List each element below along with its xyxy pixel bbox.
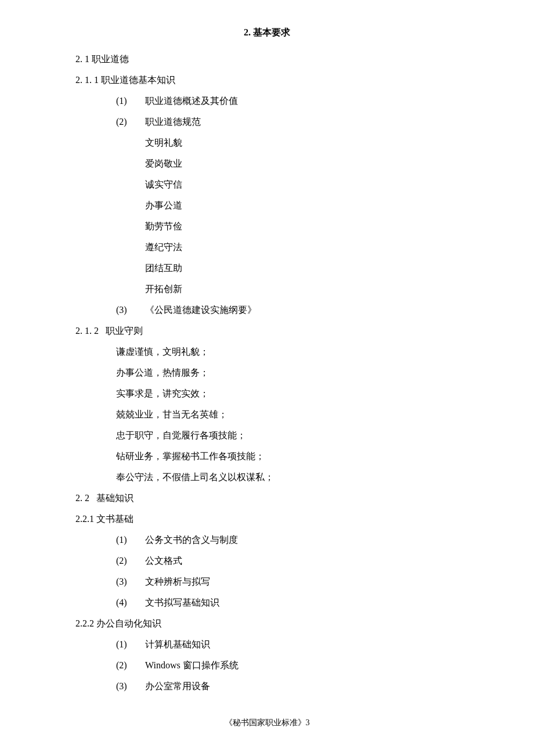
text: 爱岗敬业	[145, 159, 182, 168]
heading-2-1-2: 2. 1. 2 职业守则	[75, 326, 459, 336]
page-footer: 《秘书国家职业标准》3	[0, 719, 534, 727]
item-2-1-1-1: (1) 职业道德概述及其价值	[75, 96, 459, 106]
item-number: (3)	[116, 682, 145, 691]
text: 2. 1. 1 职业道德基本知识	[75, 75, 175, 85]
text: 2.2.1 文书基础	[75, 514, 134, 524]
rule-item: 钻研业务，掌握秘书工作各项技能；	[75, 452, 459, 461]
text: 钻研业务，掌握秘书工作各项技能；	[116, 451, 265, 461]
item-number: (1)	[116, 96, 145, 106]
item-number: (1)	[116, 640, 145, 649]
rule-item: 奉公守法，不假借上司名义以权谋私；	[75, 473, 459, 482]
item-text: 办公室常用设备	[145, 682, 210, 691]
item-2-2-1-1: (1)公务文书的含义与制度	[75, 535, 459, 545]
item-text: 文种辨析与拟写	[145, 577, 210, 586]
text: 2. 1 职业道德	[75, 54, 129, 64]
item-text: 职业道德概述及其价值	[145, 96, 238, 106]
footer-text: 《秘书国家职业标准》3	[225, 718, 310, 727]
item-number: (2)	[116, 661, 145, 670]
item-2-2-2-2: (2)Windows 窗口操作系统	[75, 661, 459, 670]
text: 谦虚谨慎，文明礼貌；	[116, 347, 209, 357]
item-text: Windows 窗口操作系统	[145, 661, 239, 670]
subitem: 开拓创新	[75, 285, 459, 294]
rule-item: 实事求是，讲究实效；	[75, 389, 459, 398]
text: 诚实守信	[145, 179, 182, 189]
text: 办事公道	[145, 200, 182, 210]
text: 团结互助	[145, 263, 182, 273]
item-2-2-1-2: (2)公文格式	[75, 556, 459, 566]
subitem: 爱岗敬业	[75, 159, 459, 168]
text: 2. 1. 2 职业守则	[75, 326, 143, 336]
subitem: 诚实守信	[75, 180, 459, 189]
item-text: 公务文书的含义与制度	[145, 535, 238, 545]
item-number: (3)	[116, 305, 145, 315]
item-2-1-1-2: (2) 职业道德规范	[75, 117, 459, 127]
item-number: (3)	[116, 577, 145, 586]
subitem: 团结互助	[75, 264, 459, 273]
item-2-2-2-1: (1)计算机基础知识	[75, 640, 459, 649]
subitem: 遵纪守法	[75, 243, 459, 252]
heading-2-2-1: 2.2.1 文书基础	[75, 514, 459, 524]
item-text: 《公民道德建设实施纲要》	[145, 305, 257, 315]
text: 忠于职守，自觉履行各项技能；	[116, 430, 246, 440]
rule-item: 兢兢业业，甘当无名英雄；	[75, 410, 459, 419]
item-text: 文书拟写基础知识	[145, 598, 219, 607]
item-number: (4)	[116, 598, 145, 607]
rule-item: 忠于职守，自觉履行各项技能；	[75, 431, 459, 440]
subitem: 文明礼貌	[75, 138, 459, 147]
text: 2. 2 基础知识	[75, 493, 134, 503]
item-number: (2)	[116, 117, 145, 127]
rule-item: 办事公道，热情服务；	[75, 368, 459, 377]
text: 实事求是，讲究实效；	[116, 388, 209, 398]
page-title: 2. 基本要求	[75, 28, 459, 37]
item-2-2-1-3: (3)文种辨析与拟写	[75, 577, 459, 586]
heading-2-1: 2. 1 职业道德	[75, 55, 459, 64]
heading-2-1-1: 2. 1. 1 职业道德基本知识	[75, 75, 459, 85]
item-number: (1)	[116, 535, 145, 545]
item-2-1-1-3: (3) 《公民道德建设实施纲要》	[75, 305, 459, 315]
text: 兢兢业业，甘当无名英雄；	[116, 409, 228, 419]
text: 2.2.2 办公自动化知识	[75, 618, 161, 628]
item-2-2-2-3: (3)办公室常用设备	[75, 682, 459, 691]
item-text: 职业道德规范	[145, 117, 201, 127]
heading-2-2-2: 2.2.2 办公自动化知识	[75, 619, 459, 628]
item-number: (2)	[116, 556, 145, 566]
text: 奉公守法，不假借上司名义以权谋私；	[116, 472, 274, 482]
heading-2-2: 2. 2 基础知识	[75, 494, 459, 503]
text: 勤劳节俭	[145, 221, 182, 231]
rule-item: 谦虚谨慎，文明礼貌；	[75, 347, 459, 357]
subitem: 办事公道	[75, 201, 459, 210]
text: 遵纪守法	[145, 242, 182, 252]
item-2-2-1-4: (4)文书拟写基础知识	[75, 598, 459, 607]
item-text: 计算机基础知识	[145, 640, 210, 649]
text: 办事公道，热情服务；	[116, 368, 209, 377]
text: 开拓创新	[145, 284, 182, 294]
item-text: 公文格式	[145, 556, 182, 566]
title-text: 2. 基本要求	[244, 27, 290, 37]
text: 文明礼貌	[145, 138, 182, 147]
subitem: 勤劳节俭	[75, 222, 459, 231]
